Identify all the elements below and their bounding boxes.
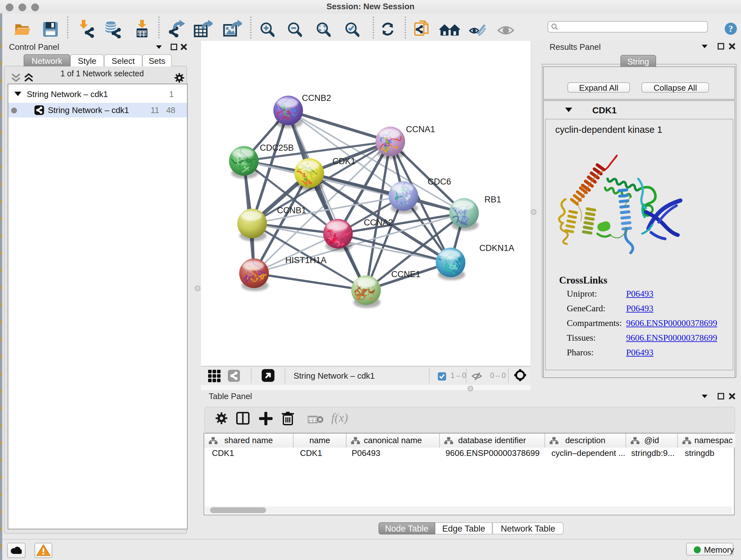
svg-text:CDKN1A: CDKN1A [479, 243, 515, 253]
svg-text:CCNB1: CCNB1 [277, 206, 307, 215]
svg-text:CDC25B: CDC25B [260, 143, 294, 152]
svg-text:CCNB2: CCNB2 [302, 93, 331, 103]
svg-text:CCNE1: CCNE1 [391, 269, 421, 279]
svg-text:?: ? [729, 23, 733, 34]
svg-text:CCNA2: CCNA2 [364, 218, 393, 227]
svg-text:RB1: RB1 [484, 195, 501, 204]
svg-text:HIST1H1A: HIST1H1A [285, 255, 327, 265]
svg-text:CCNA1: CCNA1 [406, 125, 435, 134]
svg-text:CDK1: CDK1 [333, 157, 355, 166]
svg-text:CDC6: CDC6 [428, 177, 451, 186]
